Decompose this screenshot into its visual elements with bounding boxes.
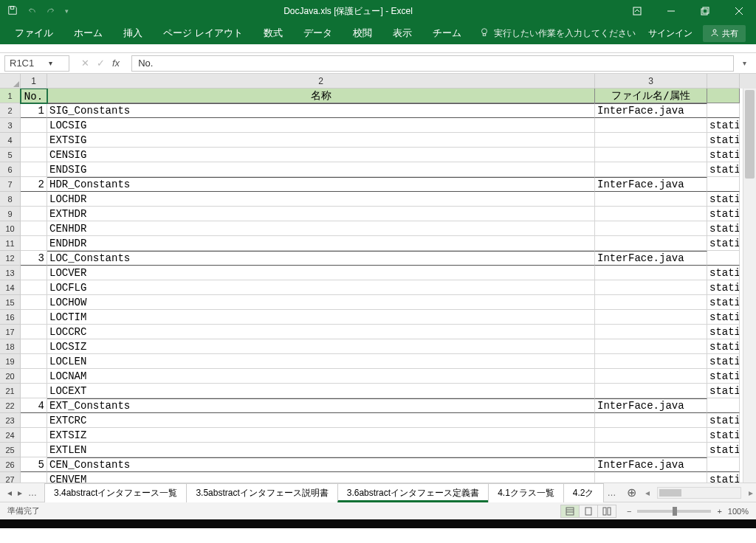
sheet-tab[interactable]: 3.5abstractインタフェース説明書 <box>186 483 337 502</box>
cell[interactable] <box>21 236 47 251</box>
cell[interactable]: LOCNAM <box>47 369 595 384</box>
cell[interactable] <box>595 339 707 354</box>
scrollbar-thumb[interactable] <box>659 489 681 497</box>
cell[interactable]: 名称 <box>47 89 595 103</box>
cell[interactable] <box>595 428 707 443</box>
cell[interactable] <box>595 266 707 280</box>
cell[interactable] <box>21 428 47 443</box>
cell[interactable] <box>595 236 707 251</box>
cell[interactable]: InterFace.java <box>595 398 707 413</box>
cell[interactable] <box>21 207 47 221</box>
col-header-1[interactable]: 1 <box>21 74 47 89</box>
sheet-nav-ellipsis[interactable]: … <box>28 488 37 498</box>
cell[interactable] <box>595 472 707 483</box>
view-pagelayout-icon[interactable] <box>579 505 598 518</box>
cell[interactable]: stati <box>707 221 740 236</box>
cell[interactable]: No. <box>21 89 47 103</box>
cell[interactable] <box>21 280 47 295</box>
tab-home[interactable]: ホーム <box>63 22 113 44</box>
row-header[interactable]: 3 <box>0 118 21 133</box>
row-header[interactable]: 13 <box>0 266 21 280</box>
zoom-in-button[interactable]: + <box>717 507 721 516</box>
tab-insert[interactable]: 挿入 <box>113 22 153 44</box>
cell[interactable] <box>21 443 47 457</box>
cell[interactable] <box>21 266 47 280</box>
cell[interactable]: InterFace.java <box>595 457 707 472</box>
cell[interactable] <box>595 369 707 384</box>
scrollbar-thumb[interactable] <box>745 90 755 179</box>
cell[interactable]: CEN_Constants <box>47 457 595 472</box>
cell[interactable] <box>595 310 707 325</box>
cell[interactable]: stati <box>707 472 740 483</box>
sheet-more[interactable]: … <box>603 488 621 498</box>
cell[interactable]: LOCLEN <box>47 354 595 369</box>
cell[interactable]: stati <box>707 339 740 354</box>
cell[interactable] <box>21 295 47 310</box>
worksheet-grid[interactable]: 1 2 3 1No.名称ファイル名/属性21SIG_ConstantsInter… <box>0 74 756 483</box>
cell[interactable]: stati <box>707 369 740 384</box>
save-icon[interactable] <box>7 5 18 18</box>
cell[interactable]: stati <box>707 118 740 133</box>
cell[interactable] <box>707 177 740 192</box>
cell[interactable]: ファイル名/属性 <box>595 89 707 103</box>
row-header[interactable]: 15 <box>0 295 21 310</box>
cell[interactable] <box>21 221 47 236</box>
cell[interactable]: 5 <box>21 457 47 472</box>
cell[interactable]: 2 <box>21 177 47 192</box>
cell[interactable] <box>595 354 707 369</box>
row-header[interactable]: 24 <box>0 428 21 443</box>
row-header[interactable]: 20 <box>0 369 21 384</box>
cell[interactable]: EXTHDR <box>47 207 595 221</box>
cell[interactable]: stati <box>707 207 740 221</box>
cell[interactable]: stati <box>707 384 740 398</box>
minimize-icon[interactable] <box>654 0 688 22</box>
row-header[interactable]: 8 <box>0 192 21 207</box>
ribbon-options-icon[interactable] <box>620 0 654 22</box>
cell[interactable]: LOCSIG <box>47 118 595 133</box>
row-header[interactable]: 23 <box>0 413 21 428</box>
sheet-tab[interactable]: 3.6abstractインタフェース定義書 <box>337 483 489 502</box>
cell[interactable]: LOC_Constants <box>47 251 595 266</box>
row-header[interactable]: 5 <box>0 148 21 162</box>
row-header[interactable]: 4 <box>0 133 21 148</box>
cell[interactable] <box>21 413 47 428</box>
hscroll-right-icon[interactable]: ▸ <box>746 488 756 498</box>
view-pagebreak-icon[interactable] <box>597 505 616 518</box>
cell[interactable]: stati <box>707 310 740 325</box>
cell[interactable]: 4 <box>21 398 47 413</box>
row-header[interactable]: 7 <box>0 177 21 192</box>
cell[interactable]: CENHDR <box>47 221 595 236</box>
row-header[interactable]: 1 <box>0 89 21 103</box>
cell[interactable] <box>21 472 47 483</box>
sheet-tab[interactable]: 3.4abstractインタフェース一覧 <box>44 483 187 502</box>
row-header[interactable]: 6 <box>0 162 21 177</box>
cell[interactable]: LOCVER <box>47 266 595 280</box>
cell[interactable] <box>595 207 707 221</box>
cell[interactable] <box>595 118 707 133</box>
cell[interactable] <box>707 89 740 103</box>
qat-dropdown-icon[interactable]: ▾ <box>65 7 69 15</box>
row-header[interactable]: 21 <box>0 384 21 398</box>
maximize-icon[interactable] <box>688 0 722 22</box>
cell[interactable] <box>21 133 47 148</box>
tab-formulas[interactable]: 数式 <box>253 22 293 44</box>
row-header[interactable]: 26 <box>0 457 21 472</box>
cell[interactable]: stati <box>707 162 740 177</box>
row-header[interactable]: 14 <box>0 280 21 295</box>
view-normal-icon[interactable] <box>560 505 580 518</box>
cell[interactable] <box>21 384 47 398</box>
cell[interactable]: stati <box>707 413 740 428</box>
sheet-nav-prev-icon[interactable]: ◂ <box>7 488 12 498</box>
cell[interactable]: ENDHDR <box>47 236 595 251</box>
cell[interactable] <box>595 162 707 177</box>
chevron-down-icon[interactable]: ▾ <box>37 59 64 67</box>
cell[interactable]: InterFace.java <box>595 103 707 118</box>
cell[interactable]: stati <box>707 325 740 339</box>
sheet-nav-next-icon[interactable]: ▸ <box>18 488 22 498</box>
cell[interactable] <box>21 339 47 354</box>
cell[interactable] <box>21 118 47 133</box>
cell[interactable] <box>595 148 707 162</box>
cell[interactable] <box>707 103 740 118</box>
cell[interactable]: stati <box>707 428 740 443</box>
cell[interactable]: stati <box>707 443 740 457</box>
